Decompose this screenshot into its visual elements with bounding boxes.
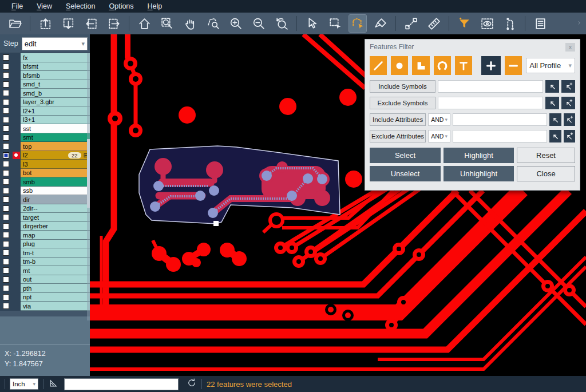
layer-name-cell[interactable]: npt [21, 293, 90, 302]
layer-visibility-checkbox[interactable] [3, 188, 9, 194]
layers-table-icon[interactable] [532, 15, 549, 32]
exclude-attributes-input[interactable] [453, 130, 547, 142]
layer-visibility-checkbox[interactable] [3, 108, 9, 114]
layer-row-fx[interactable]: fx [0, 53, 90, 62]
close-button[interactable]: Close [517, 166, 575, 181]
layer-visibility-checkbox[interactable] [3, 232, 9, 238]
layer-visibility-checkbox[interactable] [3, 99, 9, 105]
measure-ruler-icon[interactable] [425, 15, 442, 32]
layer-list-scrollbar[interactable] [87, 53, 90, 320]
layer-name-cell[interactable]: dirgerber [21, 222, 90, 231]
dialog-title-bar[interactable]: Features Filter x [365, 39, 580, 54]
layer-visibility-checkbox[interactable] [3, 134, 9, 141]
filter-pad-button[interactable] [391, 56, 408, 75]
highlight-button[interactable]: Highlight [444, 148, 514, 163]
layer-name-cell[interactable]: smb [21, 177, 90, 187]
pan-right-icon[interactable] [105, 15, 122, 32]
layer-name-cell[interactable]: dir [21, 195, 90, 204]
layer-row-via[interactable]: via [0, 302, 90, 311]
layer-name-cell[interactable]: bfsmt [21, 62, 90, 72]
include-attributes-input[interactable] [453, 113, 547, 126]
layer-visibility-checkbox[interactable] [3, 161, 9, 167]
layer-row-2dir--[interactable]: 2dir-- [0, 204, 90, 213]
menu-item-options[interactable]: Options [102, 1, 140, 12]
layer-visibility-checkbox[interactable] [3, 125, 9, 132]
layer-row-top[interactable]: top [0, 142, 90, 151]
layer-name-cell[interactable]: mt [21, 266, 90, 275]
reset-button[interactable]: Reset [517, 148, 575, 163]
angle-measure-icon[interactable] [48, 377, 60, 391]
layer-row-npt[interactable]: npt [0, 293, 90, 302]
pan-left-icon[interactable] [82, 15, 100, 32]
exclude-symbols-pick-button[interactable] [545, 97, 559, 109]
layer-name-cell[interactable]: smd_t [21, 80, 90, 89]
layer-visibility-checkbox[interactable] [3, 250, 9, 256]
layer-row-dirgerber[interactable]: dirgerber [0, 222, 90, 231]
layer-row-out[interactable]: out [0, 275, 90, 284]
layer-row-sst[interactable]: sst [0, 124, 90, 133]
layer-name-cell[interactable]: smd_b [21, 89, 90, 98]
layer-visibility-checkbox[interactable] [3, 196, 9, 203]
layer-row-ssb[interactable]: ssb [0, 187, 90, 196]
view-options-icon[interactable] [478, 15, 496, 32]
menu-item-file[interactable]: File [5, 1, 30, 12]
exclude-attributes-pick-button[interactable] [549, 130, 561, 142]
include-attributes-button[interactable]: Include Attributes [370, 113, 426, 126]
layer-visibility-checkbox[interactable] [3, 205, 9, 212]
layer-visibility-checkbox[interactable] [3, 276, 9, 283]
zoom-previous-icon[interactable] [273, 15, 290, 32]
zoom-window-icon[interactable] [159, 15, 176, 32]
layer-name-cell[interactable]: out [21, 275, 90, 284]
exclude-symbols-input[interactable] [438, 97, 543, 109]
layer-row-layer_3.gbr[interactable]: layer_3.gbr [0, 98, 90, 107]
layer-row-mt[interactable]: mt [0, 266, 90, 275]
command-input[interactable] [64, 378, 179, 390]
filter-arc-button[interactable] [434, 56, 451, 75]
include-symbols-button[interactable]: Include Symbols [370, 80, 435, 93]
layer-row-smd_b[interactable]: smd_b [0, 89, 90, 98]
menu-item-selection[interactable]: Selection [59, 1, 102, 12]
layer-name-cell[interactable]: l222⊞ [21, 151, 90, 160]
step-dropdown[interactable]: edit ▾ [22, 37, 88, 50]
filter-remove-button[interactable] [505, 56, 522, 75]
snap-mode-icon[interactable] [501, 15, 518, 32]
layer-row-dir[interactable]: dir [0, 195, 90, 204]
layer-row-target[interactable]: target [0, 213, 90, 222]
menu-item-view[interactable]: View [30, 1, 59, 12]
layer-name-cell[interactable]: sst [21, 124, 90, 133]
layer-visibility-checkbox[interactable] [3, 241, 9, 247]
layer-name-cell[interactable]: smt [21, 133, 90, 142]
layer-visibility-checkbox[interactable] [3, 54, 9, 61]
layer-name-cell[interactable]: via [21, 302, 90, 311]
zoom-in-icon[interactable] [227, 15, 244, 32]
layer-name-cell[interactable]: top [21, 142, 90, 151]
layer-visibility-checkbox[interactable] [3, 143, 9, 149]
layer-visibility-checkbox[interactable] [3, 259, 9, 265]
select-polygon-icon[interactable] [349, 15, 366, 32]
layer-visibility-checkbox[interactable] [3, 294, 9, 300]
exclude-symbols-button[interactable]: Exclude Symbols [370, 97, 435, 109]
zoom-polygon-icon[interactable] [204, 15, 221, 32]
layer-row-tm-t[interactable]: tm-t [0, 248, 90, 258]
include-symbols-input[interactable] [438, 80, 543, 93]
home-view-icon[interactable] [136, 15, 153, 32]
exclude-symbols-pick-add-button[interactable] [561, 97, 575, 109]
layer-name-cell[interactable]: target [21, 213, 90, 222]
layer-row-bfsmt[interactable]: bfsmt [0, 62, 90, 72]
layer-visibility-checkbox[interactable] [3, 152, 9, 159]
include-symbols-pick-button[interactable] [545, 80, 559, 93]
layer-name-cell[interactable]: ssb [21, 187, 90, 196]
exclude-attributes-operator-dropdown[interactable]: AND▾ [428, 130, 450, 142]
layer-row-smd_t[interactable]: smd_t [0, 80, 90, 89]
layer-visibility-checkbox[interactable] [3, 303, 9, 309]
layer-row-l3+1[interactable]: l3+1 [0, 116, 90, 125]
filter-surface-button[interactable] [412, 56, 429, 75]
menu-item-help[interactable]: Help [141, 1, 169, 12]
layer-visibility-checkbox[interactable] [3, 72, 9, 78]
pan-down-icon[interactable] [60, 15, 77, 32]
layer-row-l2[interactable]: l222⊞ [0, 151, 90, 160]
exclude-attributes-pick-add-button[interactable] [564, 130, 575, 142]
layer-name-cell[interactable]: l2+1 [21, 106, 90, 116]
layer-visibility-checkbox[interactable] [3, 179, 9, 185]
unit-dropdown[interactable]: Inch ▾ [10, 378, 38, 390]
